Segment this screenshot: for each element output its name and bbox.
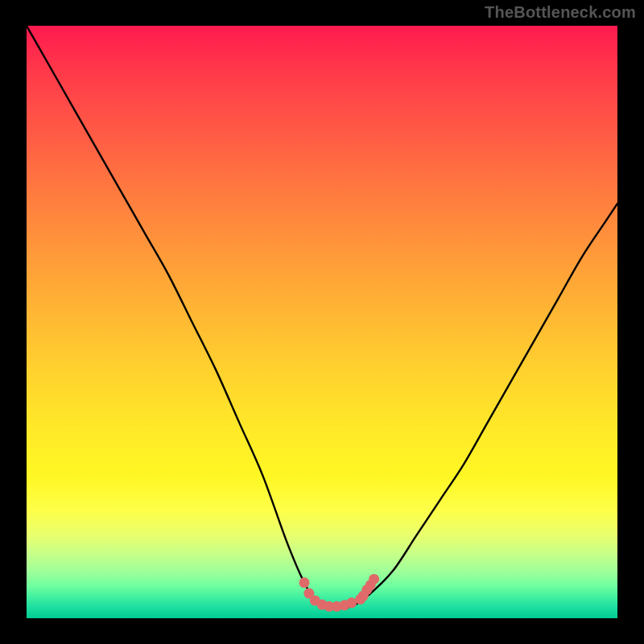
chart-stage: TheBottleneck.com bbox=[0, 0, 644, 644]
watermark-text: TheBottleneck.com bbox=[485, 3, 636, 22]
curve-markers bbox=[27, 26, 617, 618]
plot-frame bbox=[27, 26, 617, 618]
curve-marker bbox=[299, 577, 309, 588]
curve-marker bbox=[369, 574, 379, 584]
